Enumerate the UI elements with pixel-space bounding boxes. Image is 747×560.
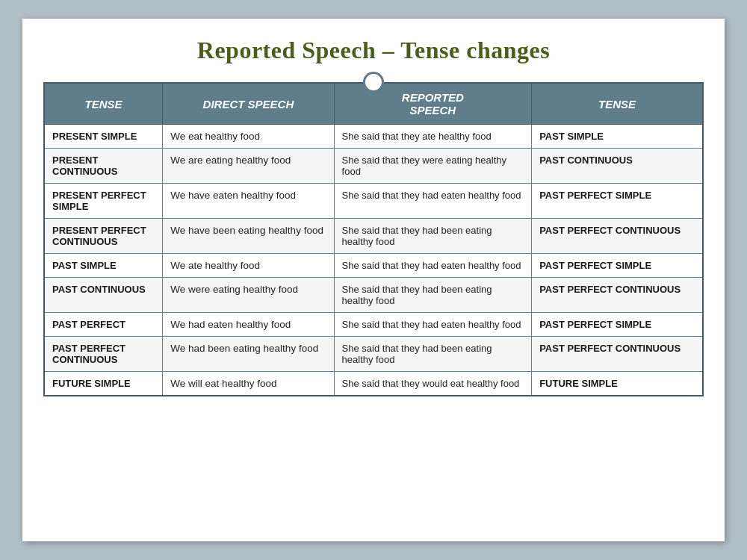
direct-speech-cell: We eat healthy food	[163, 125, 334, 149]
direct-speech-cell: We have been eating healthy food	[163, 219, 334, 254]
tense-cell: PAST PERFECT	[44, 313, 163, 337]
direct-speech-cell: We were eating healthy food	[163, 278, 334, 313]
tense-cell: FUTURE SIMPLE	[44, 372, 163, 396]
tense-table: TENSE DIRECT SPEECH REPORTEDSPEECH TENSE…	[43, 82, 704, 396]
reported-speech-cell: She said that they ate healthy food	[334, 125, 532, 149]
table-row: FUTURE SIMPLEWe will eat healthy foodShe…	[44, 372, 703, 396]
tense-cell: PAST CONTINUOUS	[44, 278, 163, 313]
result-tense-cell: FUTURE SIMPLE	[532, 372, 703, 396]
table-row: PRESENT CONTINUOUSWe are eating healthy …	[44, 149, 703, 184]
table-row: PRESENT PERFECT SIMPLEWe have eaten heal…	[44, 184, 703, 219]
direct-speech-cell: We will eat healthy food	[163, 372, 334, 396]
reported-speech-cell: She said that they had been eating healt…	[334, 278, 532, 313]
result-tense-cell: PAST PERFECT CONTINUOUS	[532, 337, 703, 372]
tense-cell: PRESENT PERFECT CONTINUOUS	[44, 219, 163, 254]
table-row: PAST PERFECTWe had eaten healthy foodShe…	[44, 313, 703, 337]
page-title: Reported Speech – Tense changes	[43, 37, 704, 64]
result-tense-cell: PAST PERFECT SIMPLE	[532, 313, 703, 337]
table-row: PAST SIMPLEWe ate healthy foodShe said t…	[44, 254, 703, 278]
slide: Reported Speech – Tense changes TENSE DI…	[22, 19, 725, 541]
reported-speech-cell: She said that they had eaten healthy foo…	[334, 313, 532, 337]
tense-cell: PRESENT CONTINUOUS	[44, 149, 163, 184]
result-tense-cell: PAST PERFECT SIMPLE	[532, 184, 703, 219]
decorative-circle	[363, 72, 384, 93]
result-tense-cell: PAST SIMPLE	[532, 125, 703, 149]
reported-speech-cell: She said that they were eating healthy f…	[334, 149, 532, 184]
direct-speech-cell: We are eating healthy food	[163, 149, 334, 184]
result-tense-cell: PAST PERFECT CONTINUOUS	[532, 278, 703, 313]
table-row: PRESENT PERFECT CONTINUOUSWe have been e…	[44, 219, 703, 254]
direct-speech-cell: We had been eating healthy food	[163, 337, 334, 372]
direct-speech-cell: We have eaten healthy food	[163, 184, 334, 219]
tense-cell: PRESENT SIMPLE	[44, 125, 163, 149]
tense-cell: PAST PERFECT CONTINUOUS	[44, 337, 163, 372]
reported-speech-cell: She said that they had been eating healt…	[334, 337, 532, 372]
reported-speech-cell: She said that they would eat healthy foo…	[334, 372, 532, 396]
result-tense-cell: PAST PERFECT SIMPLE	[532, 254, 703, 278]
tense-cell: PAST SIMPLE	[44, 254, 163, 278]
decorative-circle-container	[43, 72, 704, 93]
reported-speech-cell: She said that they had eaten healthy foo…	[334, 254, 532, 278]
reported-speech-cell: She said that they had eaten healthy foo…	[334, 184, 532, 219]
reported-speech-cell: She said that they had been eating healt…	[334, 219, 532, 254]
result-tense-cell: PAST PERFECT CONTINUOUS	[532, 219, 703, 254]
result-tense-cell: PAST CONTINUOUS	[532, 149, 703, 184]
tense-cell: PRESENT PERFECT SIMPLE	[44, 184, 163, 219]
direct-speech-cell: We ate healthy food	[163, 254, 334, 278]
table-row: PAST CONTINUOUSWe were eating healthy fo…	[44, 278, 703, 313]
table-row: PAST PERFECT CONTINUOUSWe had been eatin…	[44, 337, 703, 372]
direct-speech-cell: We had eaten healthy food	[163, 313, 334, 337]
table-row: PRESENT SIMPLEWe eat healthy foodShe sai…	[44, 125, 703, 149]
